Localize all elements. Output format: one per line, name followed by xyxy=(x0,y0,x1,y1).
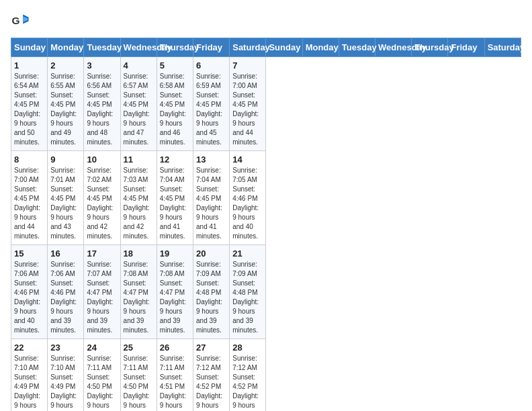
day-number: 12 xyxy=(160,154,190,165)
calendar-cell: 24Sunrise: 7:11 AMSunset: 4:50 PMDayligh… xyxy=(84,339,120,412)
day-info: Sunrise: 7:06 AMSunset: 4:46 PMDaylight:… xyxy=(14,260,44,335)
calendar-cell: 15Sunrise: 7:06 AMSunset: 4:46 PMDayligh… xyxy=(11,245,48,339)
day-info: Sunrise: 6:58 AMSunset: 4:45 PMDaylight:… xyxy=(160,72,190,147)
day-info: Sunrise: 7:11 AMSunset: 4:50 PMDaylight:… xyxy=(87,354,117,411)
day-info: Sunrise: 6:57 AMSunset: 4:45 PMDaylight:… xyxy=(124,72,154,147)
calendar-week-row: 8Sunrise: 7:00 AMSunset: 4:45 PMDaylight… xyxy=(11,151,521,245)
day-info: Sunrise: 7:00 AMSunset: 4:45 PMDaylight:… xyxy=(14,166,44,241)
calendar-cell: 11Sunrise: 7:03 AMSunset: 4:45 PMDayligh… xyxy=(120,151,157,245)
calendar-cell: 28Sunrise: 7:12 AMSunset: 4:52 PMDayligh… xyxy=(230,339,266,412)
day-info: Sunrise: 7:08 AMSunset: 4:47 PMDaylight:… xyxy=(124,260,154,335)
day-number: 17 xyxy=(87,248,117,259)
day-number: 6 xyxy=(196,60,226,71)
calendar-cell: 14Sunrise: 7:05 AMSunset: 4:46 PMDayligh… xyxy=(230,151,266,245)
calendar-cell: 27Sunrise: 7:12 AMSunset: 4:52 PMDayligh… xyxy=(193,339,230,412)
calendar-cell: 8Sunrise: 7:00 AMSunset: 4:45 PMDaylight… xyxy=(11,151,48,245)
header-tuesday: Tuesday xyxy=(84,38,120,57)
calendar-cell: 17Sunrise: 7:07 AMSunset: 4:47 PMDayligh… xyxy=(84,245,120,339)
day-info: Sunrise: 7:04 AMSunset: 4:45 PMDaylight:… xyxy=(196,166,226,241)
calendar-cell: 10Sunrise: 7:02 AMSunset: 4:45 PMDayligh… xyxy=(84,151,120,245)
calendar-cell: 16Sunrise: 7:06 AMSunset: 4:46 PMDayligh… xyxy=(48,245,84,339)
day-number: 28 xyxy=(232,342,263,353)
day-info: Sunrise: 7:12 AMSunset: 4:52 PMDaylight:… xyxy=(232,354,263,411)
day-number: 5 xyxy=(160,60,190,71)
col-header-tuesday: Tuesday xyxy=(339,38,375,57)
calendar-cell: 2Sunrise: 6:55 AMSunset: 4:45 PMDaylight… xyxy=(48,57,84,151)
day-info: Sunrise: 7:09 AMSunset: 4:48 PMDaylight:… xyxy=(232,260,263,335)
day-number: 7 xyxy=(232,60,263,71)
calendar-cell: 12Sunrise: 7:04 AMSunset: 4:45 PMDayligh… xyxy=(157,151,193,245)
day-info: Sunrise: 7:01 AMSunset: 4:45 PMDaylight:… xyxy=(50,166,81,241)
day-number: 14 xyxy=(232,154,263,165)
day-info: Sunrise: 7:10 AMSunset: 4:49 PMDaylight:… xyxy=(14,354,44,411)
day-info: Sunrise: 7:04 AMSunset: 4:45 PMDaylight:… xyxy=(160,166,190,241)
day-number: 8 xyxy=(14,154,44,165)
calendar-cell: 18Sunrise: 7:08 AMSunset: 4:47 PMDayligh… xyxy=(120,245,157,339)
calendar-cell: 25Sunrise: 7:11 AMSunset: 4:50 PMDayligh… xyxy=(120,339,157,412)
day-number: 23 xyxy=(50,342,81,353)
calendar-cell: 22Sunrise: 7:10 AMSunset: 4:49 PMDayligh… xyxy=(11,339,48,412)
day-number: 19 xyxy=(160,248,190,259)
col-header-thursday: Thursday xyxy=(412,38,448,57)
day-number: 26 xyxy=(160,342,190,353)
day-info: Sunrise: 7:02 AMSunset: 4:45 PMDaylight:… xyxy=(87,166,117,241)
day-number: 2 xyxy=(50,60,81,71)
day-number: 4 xyxy=(124,60,154,71)
day-number: 22 xyxy=(14,342,44,353)
day-info: Sunrise: 6:55 AMSunset: 4:45 PMDaylight:… xyxy=(50,72,81,147)
day-number: 16 xyxy=(50,248,81,259)
calendar-cell: 20Sunrise: 7:09 AMSunset: 4:48 PMDayligh… xyxy=(193,245,230,339)
calendar-cell: 3Sunrise: 6:56 AMSunset: 4:45 PMDaylight… xyxy=(84,57,120,151)
day-number: 24 xyxy=(87,342,117,353)
col-header-monday: Monday xyxy=(302,38,339,57)
header-friday: Friday xyxy=(193,38,230,57)
header-thursday: Thursday xyxy=(157,38,193,57)
calendar-week-row: 15Sunrise: 7:06 AMSunset: 4:46 PMDayligh… xyxy=(11,245,521,339)
header-wednesday: Wednesday xyxy=(120,38,157,57)
day-info: Sunrise: 7:00 AMSunset: 4:45 PMDaylight:… xyxy=(232,72,263,147)
day-number: 10 xyxy=(87,154,117,165)
day-number: 15 xyxy=(14,248,44,259)
calendar-week-row: 22Sunrise: 7:10 AMSunset: 4:49 PMDayligh… xyxy=(11,339,521,412)
day-number: 3 xyxy=(87,60,117,71)
day-info: Sunrise: 7:09 AMSunset: 4:48 PMDaylight:… xyxy=(196,260,226,335)
day-number: 13 xyxy=(196,154,226,165)
day-info: Sunrise: 6:56 AMSunset: 4:45 PMDaylight:… xyxy=(87,72,117,147)
header-monday: Monday xyxy=(48,38,84,57)
page-header: G xyxy=(11,11,521,30)
calendar-cell: 4Sunrise: 6:57 AMSunset: 4:45 PMDaylight… xyxy=(120,57,157,151)
day-info: Sunrise: 7:11 AMSunset: 4:50 PMDaylight:… xyxy=(124,354,154,411)
day-info: Sunrise: 6:59 AMSunset: 4:45 PMDaylight:… xyxy=(196,72,226,147)
logo: G xyxy=(11,11,32,30)
col-header-wednesday: Wednesday xyxy=(375,38,412,57)
day-info: Sunrise: 7:11 AMSunset: 4:51 PMDaylight:… xyxy=(160,354,190,411)
calendar-week-row: 1Sunrise: 6:54 AMSunset: 4:45 PMDaylight… xyxy=(11,57,521,151)
svg-text:G: G xyxy=(11,15,19,26)
day-number: 20 xyxy=(196,248,226,259)
day-number: 18 xyxy=(124,248,154,259)
logo-icon: G xyxy=(11,11,30,30)
calendar-cell: 6Sunrise: 6:59 AMSunset: 4:45 PMDaylight… xyxy=(193,57,230,151)
day-number: 9 xyxy=(50,154,81,165)
day-number: 25 xyxy=(124,342,154,353)
day-info: Sunrise: 7:05 AMSunset: 4:46 PMDaylight:… xyxy=(232,166,263,241)
day-info: Sunrise: 7:10 AMSunset: 4:49 PMDaylight:… xyxy=(50,354,81,411)
col-header-friday: Friday xyxy=(448,38,484,57)
day-info: Sunrise: 7:03 AMSunset: 4:45 PMDaylight:… xyxy=(124,166,154,241)
day-number: 1 xyxy=(14,60,44,71)
day-number: 11 xyxy=(124,154,154,165)
calendar-header-row: SundayMondayTuesdayWednesdayThursdayFrid… xyxy=(11,38,521,57)
calendar-cell: 23Sunrise: 7:10 AMSunset: 4:49 PMDayligh… xyxy=(48,339,84,412)
day-info: Sunrise: 6:54 AMSunset: 4:45 PMDaylight:… xyxy=(14,72,44,147)
calendar-cell: 19Sunrise: 7:08 AMSunset: 4:47 PMDayligh… xyxy=(157,245,193,339)
day-number: 21 xyxy=(232,248,263,259)
calendar-table: SundayMondayTuesdayWednesdayThursdayFrid… xyxy=(11,38,521,411)
day-info: Sunrise: 7:12 AMSunset: 4:52 PMDaylight:… xyxy=(196,354,226,411)
header-sunday: Sunday xyxy=(11,38,48,57)
calendar-cell: 9Sunrise: 7:01 AMSunset: 4:45 PMDaylight… xyxy=(48,151,84,245)
calendar-cell: 21Sunrise: 7:09 AMSunset: 4:48 PMDayligh… xyxy=(230,245,266,339)
calendar-cell: 1Sunrise: 6:54 AMSunset: 4:45 PMDaylight… xyxy=(11,57,48,151)
day-number: 27 xyxy=(196,342,226,353)
calendar-cell: 5Sunrise: 6:58 AMSunset: 4:45 PMDaylight… xyxy=(157,57,193,151)
calendar-cell: 26Sunrise: 7:11 AMSunset: 4:51 PMDayligh… xyxy=(157,339,193,412)
